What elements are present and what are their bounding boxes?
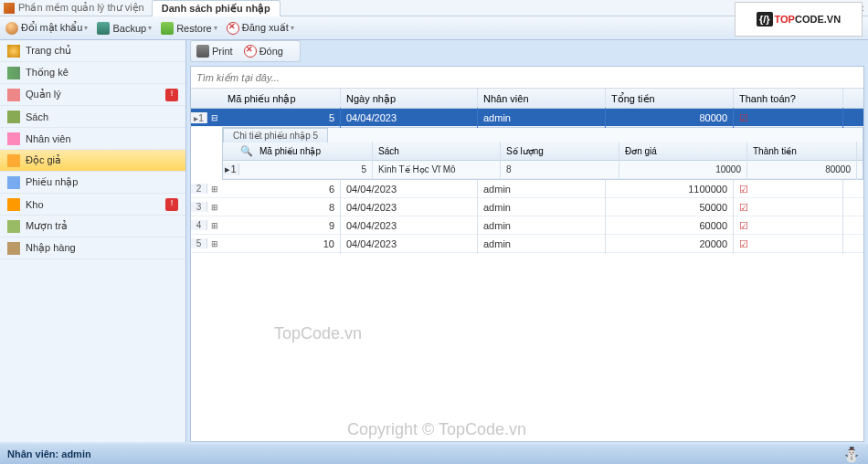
print-icon [196, 45, 209, 58]
home-icon [7, 45, 20, 58]
app-icon [4, 3, 15, 14]
sidebar-item-readers[interactable]: Độc giả [0, 150, 185, 172]
import-icon [7, 176, 20, 189]
sidebar-item-books[interactable]: Sách [0, 106, 185, 128]
search-input[interactable] [196, 72, 858, 83]
table-row[interactable]: 2 ⊞ 6 04/04/2023 admin 1100000 ☑ [191, 180, 863, 198]
restore-button[interactable]: Restore▾ [161, 22, 217, 35]
close-tab-button[interactable]: Đóng [244, 45, 283, 58]
store-icon [7, 198, 20, 211]
loan-icon [7, 220, 20, 233]
receive-icon [7, 242, 20, 255]
sidebar-item-manage[interactable]: Quản lý! [0, 84, 185, 106]
sidebar: Trang chủ Thống kê Quản lý! Sách Nhân vi… [0, 40, 186, 442]
snowman-icon: ⛄ [842, 446, 861, 463]
sidebar-item-receive[interactable]: Nhập hàng [0, 237, 185, 259]
logout-button[interactable]: Đăng xuất▾ [227, 22, 294, 35]
detail-panel: Chi tiết phiếu nhập 5 🔍 Mã phiếu nhập Sá… [222, 127, 863, 180]
topcode-logo: {/} TOPCODE.VN [735, 2, 863, 37]
collapse-icon[interactable]: ⊟ [207, 113, 222, 122]
expand-icon[interactable]: ⊞ [207, 239, 222, 248]
sidebar-item-stats[interactable]: Thống kê [0, 62, 185, 84]
table-row[interactable]: 5 ⊞ 10 04/04/2023 admin 20000 ☑ [191, 235, 863, 253]
backup-button[interactable]: Backup▾ [97, 22, 152, 35]
change-password-button[interactable]: Đổi mật khẩu▾ [5, 22, 88, 35]
check-icon: ☑ [739, 112, 748, 123]
app-title: Phần mềm quản lý thư viện [18, 2, 144, 14]
sidebar-item-loan[interactable]: Mượn trả [0, 216, 185, 237]
sidebar-item-staff[interactable]: Nhân viên [0, 128, 185, 150]
check-icon: ☑ [739, 202, 748, 213]
database-icon [97, 22, 110, 35]
status-user: Nhân viên: admin [7, 448, 91, 459]
check-icon: ☑ [739, 184, 748, 195]
table-row[interactable]: ▸1 ⊟ 5 04/04/2023 admin 80000 ☑ [191, 109, 863, 127]
table-row[interactable]: 3 ⊞ 8 04/04/2023 admin 50000 ☑ [191, 198, 863, 216]
grid-header: Mã phiếu nhập Ngày nhập Nhân viên Tổng t… [191, 89, 863, 109]
staff-icon [7, 132, 20, 145]
table-row[interactable]: 4 ⊞ 9 04/04/2023 admin 60000 ☑ [191, 216, 863, 235]
book-icon [7, 111, 20, 123]
badge-icon: ! [165, 198, 178, 211]
check-icon: ☑ [739, 220, 748, 231]
detail-row[interactable]: ▸1 5 Kinh Tế Học Vĩ Mô 8 10000 80000 [223, 161, 863, 179]
close-icon [244, 45, 257, 58]
col-header-date[interactable]: Ngày nhập [341, 89, 478, 109]
sub-toolbar: Print Đóng [190, 40, 301, 62]
row-indicator: ▸1 [223, 163, 239, 175]
work-surface: Mã phiếu nhập Ngày nhập Nhân viên Tổng t… [190, 66, 864, 442]
search-icon[interactable]: 🔍 [239, 145, 254, 157]
col-header-total[interactable]: Tổng tiền [606, 89, 734, 109]
reader-icon [7, 154, 20, 167]
sidebar-item-store[interactable]: Kho! [0, 194, 185, 216]
col-header-pay[interactable]: Thanh toán? [734, 89, 843, 109]
row-indicator: ▸1 [191, 112, 207, 123]
badge-icon: ! [165, 89, 178, 101]
logout-icon [227, 22, 239, 35]
active-tab[interactable]: Danh sách phiếu nhập [152, 0, 281, 16]
check-icon: ☑ [739, 238, 748, 249]
sidebar-item-home[interactable]: Trang chủ [0, 40, 185, 62]
col-header-staff[interactable]: Nhân viên [478, 89, 606, 109]
sidebar-item-import[interactable]: Phiếu nhập [0, 172, 185, 194]
chart-icon [7, 67, 20, 79]
expand-icon[interactable]: ⊞ [207, 185, 222, 194]
restore-icon [161, 22, 174, 35]
statusbar: Nhân viên: admin ⛄ [0, 444, 868, 464]
manage-icon [7, 89, 20, 101]
user-icon [5, 22, 18, 35]
print-button[interactable]: Print [196, 45, 233, 58]
search-row [191, 67, 863, 89]
expand-icon[interactable]: ⊞ [207, 203, 222, 212]
col-header-id[interactable]: Mã phiếu nhập [222, 89, 341, 109]
expand-icon[interactable]: ⊞ [207, 221, 222, 230]
